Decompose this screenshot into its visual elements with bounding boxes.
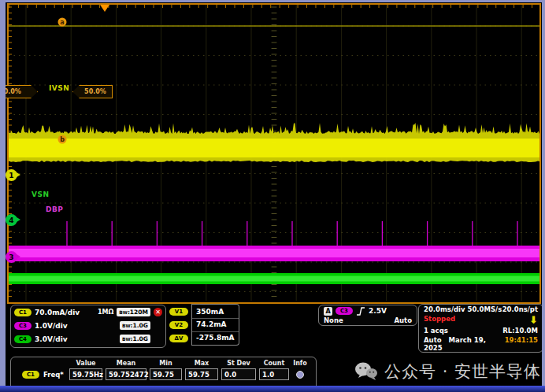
- trigger-a-badge: A: [324, 307, 332, 316]
- v1-row: V1 350mA: [167, 305, 239, 318]
- trace-label-dbp: DBP: [46, 205, 63, 213]
- meas-source-badge[interactable]: C1: [22, 371, 39, 379]
- channel-marker-3[interactable]: 3: [6, 251, 17, 263]
- acquisition-status: Stopped: [424, 315, 455, 325]
- c4-scale: 3.0V/div: [35, 335, 68, 343]
- col-max: Max: [184, 360, 220, 367]
- meas-name: Freq*: [43, 371, 64, 379]
- c1-badge[interactable]: C1: [14, 309, 32, 316]
- v2-value: 74.2mA: [191, 318, 239, 332]
- col-mean: Mean: [104, 360, 148, 367]
- sample-resolution: 20.0ns/pt: [502, 305, 538, 313]
- dv-value: -275.8mA: [191, 331, 239, 346]
- watermark-text: 公众号 · 安世半导体: [384, 361, 541, 383]
- trace-label-ivsn: IVSN: [49, 84, 69, 92]
- meas-stdev: 0.0: [221, 368, 256, 380]
- dv-row: ΔV -275.8mA: [167, 331, 239, 345]
- level-badge-right: 50.0%: [72, 85, 113, 98]
- scope-screen: ab IVSN VSN DBP 50.0% 50.0% 1 4 3 C1 70.…: [6, 2, 542, 386]
- c4-bandwidth[interactable]: BW:1.0G: [120, 335, 150, 343]
- trigger-panel[interactable]: A C3 2.5V None Auto: [318, 305, 417, 326]
- trigger-mode-label: Auto: [424, 336, 442, 344]
- channel-row-c3[interactable]: C3 1.0V/div BW:1.0G: [11, 319, 165, 332]
- col-info: Info: [291, 360, 310, 367]
- c1-impedance: 1MΩ: [98, 309, 113, 316]
- dv-badge[interactable]: ΔV: [169, 335, 188, 342]
- channels-panel[interactable]: C1 70.0mA/div 1MΩ BW:120M ✕ C3 1.0V/div …: [10, 305, 166, 348]
- channel-error-icon[interactable]: ✕: [154, 308, 162, 316]
- trigger-level: 2.5V: [369, 307, 387, 315]
- wechat-icon: [354, 361, 378, 382]
- v2-row: V2 74.2mA: [167, 318, 239, 331]
- timebase-scale: 20.0ms/div: [424, 305, 465, 313]
- c1-scale: 70.0mA/div: [35, 309, 80, 316]
- trigger-mode-none[interactable]: None: [324, 316, 343, 324]
- c3-scale: 1.0V/div: [35, 322, 68, 330]
- trace-label-vsn: VSN: [32, 190, 49, 198]
- col-min: Min: [148, 360, 184, 367]
- record-length: RL:10.0M: [502, 327, 538, 335]
- channel-row-c4[interactable]: C4 3.0V/div BW:1.0G: [11, 332, 165, 346]
- v2-badge[interactable]: V2: [169, 321, 188, 329]
- info-icon[interactable]: [296, 371, 304, 379]
- graticule-border: [7, 3, 541, 304]
- measurements-table[interactable]: Value Mean Min Max St Dev Count Info C1 …: [10, 357, 317, 386]
- meas-mean: 59.752472: [106, 368, 146, 380]
- scroll-down-arrow-icon[interactable]: ⬇: [529, 315, 538, 325]
- col-value: Value: [68, 360, 104, 367]
- sample-rate: 50.0MS/s: [468, 305, 502, 313]
- channel-marker-1[interactable]: 1: [6, 169, 17, 181]
- window-bottom-frame: [0, 386, 545, 392]
- meas-value: 59.75Hz: [69, 368, 102, 380]
- time-label: 19:41:15: [505, 336, 538, 352]
- rising-edge-icon: [356, 307, 365, 316]
- v1-badge[interactable]: V1: [169, 308, 188, 316]
- col-count: Count: [258, 360, 291, 367]
- acq-count: 1 acqs: [424, 327, 448, 335]
- c1-bandwidth[interactable]: BW:120M: [117, 308, 150, 316]
- meas-min: 59.75: [150, 368, 182, 380]
- meas-max: 59.75: [185, 368, 218, 380]
- meas-count: 1.0: [259, 368, 289, 380]
- measurements-header-row: Value Mean Min Max St Dev Count Info: [11, 360, 316, 367]
- trigger-source-badge[interactable]: C3: [336, 307, 353, 315]
- c3-badge[interactable]: C3: [14, 322, 32, 330]
- cursor-values-panel[interactable]: V1 350mA V2 74.2mA ΔV -275.8mA: [167, 305, 239, 346]
- col-stdev: St Dev: [220, 360, 258, 367]
- trigger-mode-auto[interactable]: Auto: [394, 316, 412, 324]
- measurement-row-freq[interactable]: C1 Freq* 59.75Hz 59.752472 59.75 59.75 0…: [11, 368, 316, 380]
- watermark: 公众号 · 安世半导体: [354, 361, 541, 383]
- channel-row-c1[interactable]: C1 70.0mA/div 1MΩ BW:120M ✕: [11, 305, 165, 319]
- c4-badge[interactable]: C4: [14, 335, 32, 343]
- channel-marker-4[interactable]: 4: [6, 214, 17, 226]
- oscilloscope-window: ab IVSN VSN DBP 50.0% 50.0% 1 4 3 C1 70.…: [0, 0, 545, 392]
- timebase-panel[interactable]: 20.0ms/div 50.0MS/s 20.0ns/pt Stopped ⬇ …: [418, 304, 542, 353]
- v1-value: 350mA: [191, 304, 239, 319]
- c3-bandwidth[interactable]: BW:1.0G: [120, 321, 150, 330]
